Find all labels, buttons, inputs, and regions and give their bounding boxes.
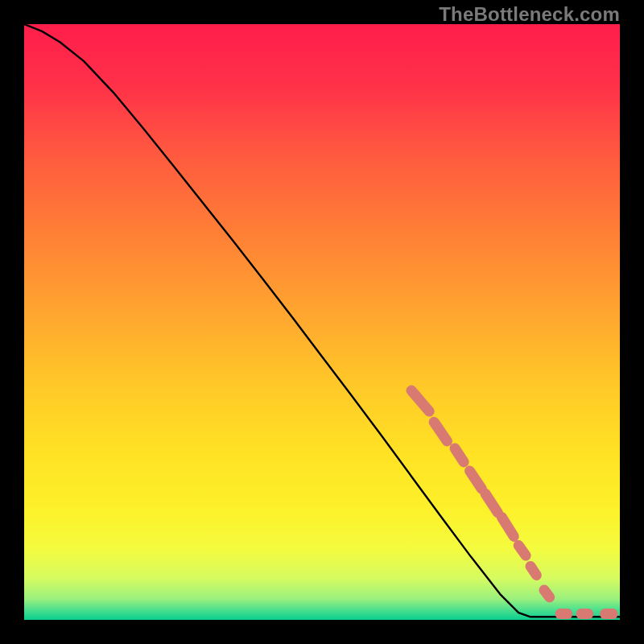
watermark-text: TheBottleneck.com [439, 3, 620, 26]
chart-frame: TheBottleneck.com [0, 0, 644, 644]
chart-svg [24, 24, 620, 620]
plot-area [24, 24, 620, 620]
svg-rect-0 [24, 24, 620, 620]
